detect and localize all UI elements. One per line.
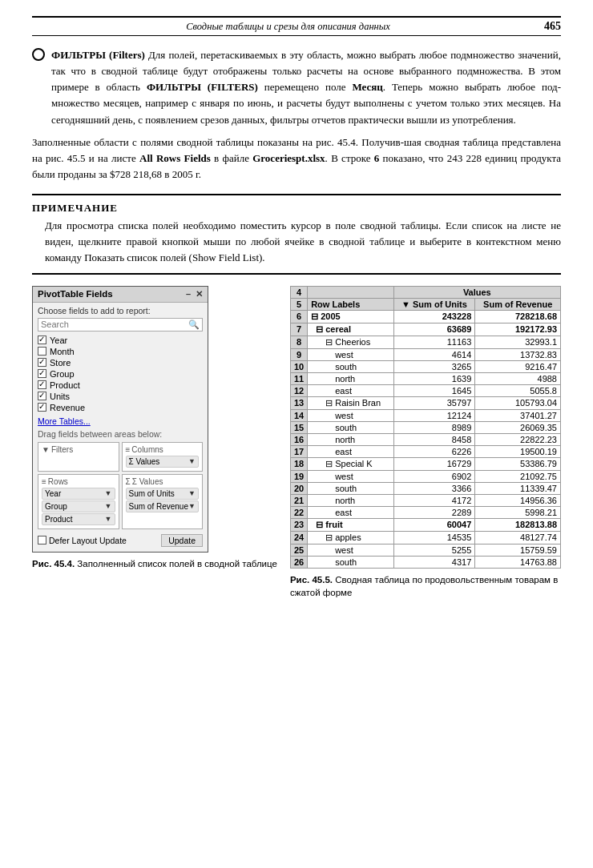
pivot-table: 4 Values 5 Row Labels ▼ Sum of Units: [290, 286, 561, 569]
values-area-label: Σ Values: [132, 477, 163, 486]
update-button[interactable]: Update: [161, 534, 203, 547]
cell-12a: east: [308, 384, 393, 396]
cell-6b: 243228: [393, 310, 475, 323]
field-item-store[interactable]: Store: [38, 357, 203, 368]
pivot-bottom-row: Defer Layout Update Update: [38, 532, 203, 549]
field-item-units[interactable]: Units: [38, 391, 203, 402]
field-item-group[interactable]: Group: [38, 368, 203, 380]
checkbox-revenue[interactable]: [38, 403, 46, 412]
pivot-area-values: Σ Σ Values Sum of Units ▼ Sum of Revenue…: [122, 474, 204, 529]
field-item-product[interactable]: Product: [38, 380, 203, 391]
table-row-20: 20 south 3366 11339.47: [290, 482, 560, 494]
row-num-7: 7: [290, 323, 307, 336]
values-column-item[interactable]: Σ Values ▼: [126, 456, 200, 468]
cell-18a: ⊟ Special K: [308, 457, 393, 470]
columns-area-label: Columns: [131, 445, 163, 454]
table-row-19: 19 west 6902 21092.75: [290, 470, 560, 482]
table-row-15: 15 south 8989 26069.35: [290, 421, 560, 433]
minus-2005-icon: ⊟: [311, 311, 318, 321]
figures-row: PivotTable Fields – ✕ Choose fields to a…: [32, 286, 561, 599]
units-arrow-icon: ▼: [188, 489, 196, 497]
cell-26b: 4317: [393, 556, 475, 568]
cell-17a: east: [308, 445, 393, 457]
cell-15c: 26069.35: [475, 421, 561, 433]
sum-units-header-text: Sum of Units: [413, 299, 467, 309]
table-row-18: 18 ⊟ Special K 16729 53386.79: [290, 457, 560, 470]
cell-16b: 8458: [393, 433, 475, 445]
product-arrow-icon: ▼: [105, 515, 112, 523]
checkbox-month[interactable]: [38, 347, 46, 356]
table-row-13: 13 ⊟ Raisin Bran 35797 105793.04: [290, 396, 560, 409]
checkbox-store[interactable]: [38, 358, 46, 367]
row-num-10: 10: [290, 360, 307, 372]
cell-16c: 22822.23: [475, 433, 561, 445]
group-arrow-icon: ▼: [105, 502, 112, 510]
field-item-month[interactable]: Month: [38, 346, 203, 357]
pivot-search-row[interactable]: 🔍: [38, 318, 203, 332]
row-group-item[interactable]: Group ▼: [42, 500, 115, 512]
row-num-20: 20: [290, 482, 307, 494]
checkbox-group[interactable]: [38, 369, 46, 378]
row-year-item[interactable]: Year ▼: [42, 488, 115, 500]
cell-6a: ⊟ 2005: [308, 310, 393, 323]
cell-20a: south: [308, 482, 393, 494]
row-product-item[interactable]: Product ▼: [42, 513, 115, 525]
row-num-4: 4: [290, 286, 307, 298]
pivot-area-filters: ▼ Filters: [38, 442, 119, 472]
pivot-panel: PivotTable Fields – ✕ Choose fields to a…: [32, 286, 208, 553]
cell-8a: ⊟ Cheerios: [308, 336, 393, 348]
field-item-revenue[interactable]: Revenue: [38, 402, 203, 413]
cell-15b: 8989: [393, 421, 475, 433]
cell-20c: 11339.47: [475, 482, 561, 494]
sum-revenue-item[interactable]: Sum of Revenue ▼: [126, 500, 200, 512]
cell-13b: 35797: [393, 396, 475, 409]
row-num-9: 9: [290, 348, 307, 360]
rows-area-label: Rows: [48, 477, 68, 486]
pivot-area-columns: ≡ Columns Σ Values ▼: [122, 442, 204, 472]
bullet-circle-icon: [32, 48, 45, 61]
sum-units-item[interactable]: Sum of Units ▼: [126, 488, 200, 500]
minus-fruit-icon: ⊟: [316, 520, 323, 529]
close-icon[interactable]: ✕: [196, 289, 203, 299]
table-row-26: 26 south 4317 14763.88: [290, 556, 560, 568]
checkbox-year[interactable]: [38, 336, 46, 344]
row-num-25: 25: [290, 544, 307, 556]
sum-units-header: ▼ Sum of Units: [393, 298, 475, 310]
pivot-panel-header-icons: – ✕: [186, 289, 203, 299]
note-box: ПРИМЕЧАНИЕ Для просмотра списка полей не…: [32, 194, 561, 274]
cell-25a: west: [308, 544, 393, 556]
cell-8b: 11163: [393, 336, 475, 348]
cell-21a: north: [308, 494, 393, 506]
search-icon: 🔍: [188, 319, 200, 330]
pivot-search-input[interactable]: [41, 319, 188, 329]
pivot-panel-title: PivotTable Fields: [38, 289, 113, 299]
cell-6c: 728218.68: [475, 310, 561, 323]
row-num-14: 14: [290, 409, 307, 421]
pivot-choose-label: Choose fields to add to report:: [38, 306, 203, 315]
pivot-area-rows: ≡ Rows Year ▼ Group ▼: [38, 474, 119, 529]
minus-apples-icon: ⊟: [325, 532, 333, 542]
row-labels-text: Row Labels: [311, 299, 360, 309]
field-item-year[interactable]: Year: [38, 335, 203, 346]
header-title: Сводные таблицы и срезы для описания дан…: [32, 21, 544, 33]
header-page-number: 465: [544, 20, 561, 33]
cell-19a: west: [308, 470, 393, 482]
cell-25b: 5255: [393, 544, 475, 556]
cell-11c: 4988: [475, 372, 561, 384]
cell-18c: 53386.79: [475, 457, 561, 470]
minus-specialk-icon: ⊟: [325, 459, 333, 468]
checkbox-units[interactable]: [38, 392, 46, 400]
pivot-areas: ▼ Filters ≡ Columns Σ Values: [38, 442, 203, 529]
more-tables-link[interactable]: More Tables...: [38, 416, 203, 426]
cell-19c: 21092.75: [475, 470, 561, 482]
row-num-22: 22: [290, 506, 307, 518]
minus-icon[interactable]: –: [186, 289, 191, 299]
figure4-caption: Рис. 45.4. Заполненный список полей в св…: [32, 557, 277, 570]
defer-checkbox[interactable]: [38, 536, 46, 545]
row-group-label: Group: [45, 502, 67, 511]
defer-checkbox-row[interactable]: Defer Layout Update: [38, 536, 127, 545]
checkbox-product[interactable]: [38, 380, 46, 389]
cell-11a: north: [308, 372, 393, 384]
cell-21b: 4172: [393, 494, 475, 506]
year-arrow-icon: ▼: [105, 489, 112, 497]
